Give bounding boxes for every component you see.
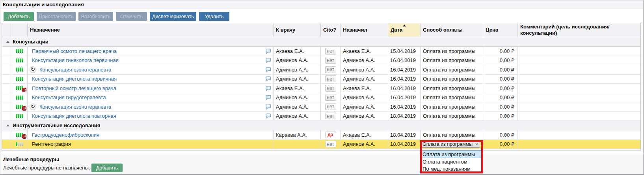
name-cell: Консультация диетолога повторная [28,112,274,121]
table-row[interactable]: Первичный осмотр лечащего врачаАкаева Е.… [2,47,640,56]
cito-badge[interactable]: нет [325,94,336,101]
column-header-doctor[interactable]: К врачу [274,23,321,37]
payment-cell: Оплата из программы [421,102,483,111]
cito-cell: нет [321,140,341,149]
doctor-cell: Админов А.А. [274,65,321,74]
assigned-by-cell: Админов А.А. [341,140,388,149]
cito-badge[interactable]: нет [325,103,336,110]
price-cell: 0,00 ₽ [483,47,518,56]
cito-badge[interactable]: нет [325,85,336,92]
page-right-border [643,0,644,175]
table-row[interactable]: Консультация гирудотерапевтаАдминов А.А.… [2,93,640,103]
procedures-title: Лечебные процедуры [3,156,59,162]
appointment-link[interactable]: Первичный осмотр лечащего врача [32,48,117,54]
status-progress-icon [16,68,23,72]
column-header-date[interactable]: Дата [388,23,421,37]
appointment-link[interactable]: Консультация озонотерапевта [39,67,111,73]
toolbar-add-button[interactable]: Добавить [4,12,34,21]
table-header-row: НазначениеК врачуCito?НазначилДатаСпособ… [2,23,640,37]
appointment-link[interactable]: Повторный осмотр лечащего врача [32,85,116,91]
payment-cell: Оплата из программы [421,56,483,65]
table-row[interactable]: ↻Консультация озонотерапевтаАдминов А.А.… [2,65,640,75]
payment-cell: Оплата из программы [421,65,483,74]
appointment-name: Рентгенография [32,141,71,147]
page-left-border [0,0,0,175]
column-header-spacer [11,23,28,37]
payment-select[interactable]: Оплата из программы [421,141,480,148]
column-header-price[interactable]: Цена [483,23,518,37]
toolbar: ДобавитьПриостановитьВозобновитьОтменить… [4,12,229,21]
status-cell [11,65,28,74]
comment-bubble-icon[interactable] [265,95,271,100]
status-cell [11,47,28,56]
row-expander-cell [2,65,11,74]
assigned-by-cell: Акаева Е.А. [341,84,388,93]
date-cell: 16.04.2019 [388,65,421,74]
comment-cell [518,130,640,139]
group-collapse-icon[interactable] [6,41,9,43]
appointment-link[interactable]: Консультация гирудотерапевта [32,94,106,100]
column-header-comment[interactable]: Комментарий (цель исследования/консульта… [518,23,640,37]
cito-badge[interactable]: нет [325,66,336,73]
comment-bubble-icon[interactable] [265,67,271,72]
comment-cell [518,140,640,149]
assigned-by-cell: Админов А.А. [341,75,388,84]
procedures-add-button[interactable]: Добавить [91,164,123,172]
payment-option[interactable]: Оплата из программы [421,151,481,158]
comment-bubble-icon[interactable] [265,86,271,91]
comment-bubble-icon[interactable] [265,113,271,119]
table-row[interactable]: Консультация диетолога первичнаяАдминов … [2,75,640,84]
table-row[interactable]: РентгенографиянетАдминов А.А.18.04.2019О… [2,140,640,149]
appointment-link[interactable]: Консультация диетолога повторная [32,113,116,119]
comment-cell [518,84,640,93]
column-header-name[interactable]: Назначение [28,23,274,37]
cito-badge[interactable]: нет [325,141,336,147]
status-progress-icon [16,133,23,137]
cito-badge[interactable]: нет [325,113,336,119]
comment-cell [518,112,640,121]
column-header-assigned_by[interactable]: Назначил [341,23,388,37]
appointment-link[interactable]: Гастродуоденофиброскопия [32,132,99,138]
cito-cell: нет [321,112,341,121]
comment-bubble-icon[interactable] [265,49,271,54]
group-collapse-icon[interactable] [6,124,9,126]
toolbar-dispatch-button[interactable]: Диспетчеризовать [150,12,196,21]
cito-badge[interactable]: да [325,132,336,138]
cito-cell: нет [321,56,341,65]
comment-bubble-icon[interactable] [265,58,271,63]
column-header-payment[interactable]: Способ оплаты [421,23,483,37]
row-expander-cell [2,93,11,102]
row-expander-cell [2,102,11,111]
comment-cell [518,65,640,74]
status-cell [11,140,28,149]
group-row[interactable]: Инструментальные исследования [2,121,640,130]
cito-badge[interactable]: нет [325,75,336,82]
price-cell: 0,00 ₽ [483,102,518,111]
appointment-link[interactable]: Консультация диетолога первичная [32,76,117,82]
toolbar-delete-button[interactable]: Удалить [199,12,229,21]
table-row[interactable]: Повторный осмотр лечащего врачаАкаева Е.… [2,84,640,93]
comment-bubble-icon[interactable] [265,76,271,81]
payment-option[interactable]: По мед. показаниям [421,165,481,172]
price-cell: 0,00 ₽ [483,112,518,121]
comment-cell [518,102,640,111]
table-row[interactable]: ГастродуоденофиброскопияКараева А.А.даАк… [2,130,640,140]
date-cell: 16.04.2019 [388,93,421,102]
name-cell: Консультация гинеколога первичная [28,56,274,65]
appointment-link[interactable]: Консультация озонотерапевта [39,104,111,110]
row-expander-cell [2,56,11,65]
cito-badge[interactable]: нет [325,48,336,55]
group-row[interactable]: Консультации [2,37,640,47]
table-row[interactable]: Консультация диетолога повторнаяАдминов … [2,112,640,121]
column-header-cito[interactable]: Cito? [321,23,341,37]
toolbar-suspend-button: Приостановить [37,12,76,21]
repeat-icon: ↻ [30,103,36,110]
comment-bubble-icon[interactable] [265,104,271,109]
payment-dropdown-list: Оплата из программыОплата пациентомПо ме… [420,150,482,173]
table-row[interactable]: Консультация гинеколога первичнаяАдминов… [2,56,640,66]
payment-option[interactable]: Оплата пациентом [421,158,481,165]
cito-badge[interactable]: нет [325,57,336,64]
table-row[interactable]: ↻Консультация озонотерапевтаАдминов А.А.… [2,102,640,112]
appointment-link[interactable]: Консультация гинеколога первичная [32,57,119,63]
payment-cell: Оплата из программы [421,47,483,56]
